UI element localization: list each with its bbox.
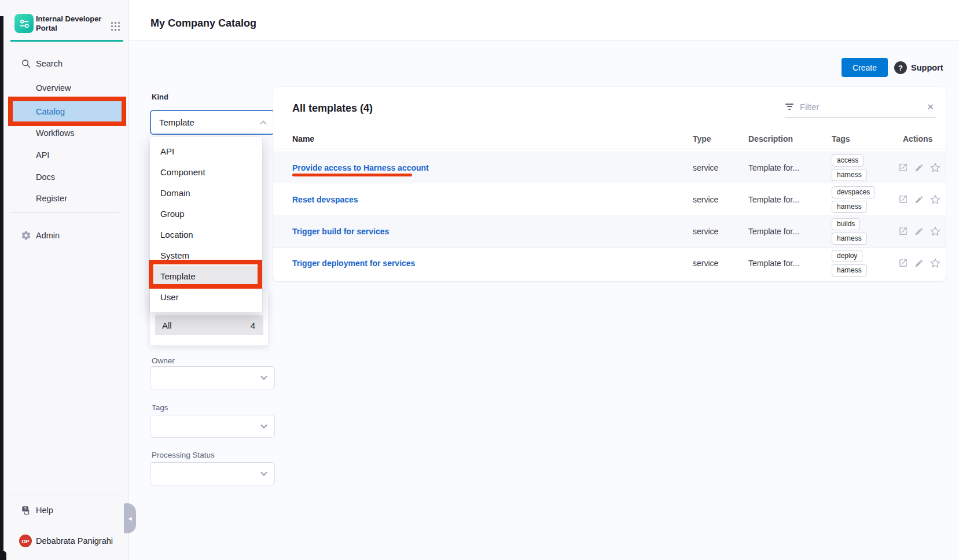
column-header-description[interactable]: Description <box>748 134 793 143</box>
description-cell: Template for... <box>748 259 799 268</box>
sidebar-item-api[interactable]: API <box>0 147 129 163</box>
clear-filter-icon[interactable]: ✕ <box>924 102 936 112</box>
sidebar-item-admin[interactable]: Admin <box>0 227 129 244</box>
template-name-link[interactable]: Trigger build for services <box>292 227 389 236</box>
sidebar-item-label: Help <box>36 506 53 515</box>
edit-pencil-icon[interactable] <box>914 195 924 204</box>
tags-select[interactable] <box>150 415 275 438</box>
sidebar: Internal Developer Portal Search Overvie… <box>0 0 129 560</box>
star-icon[interactable] <box>930 163 940 173</box>
tag-chip[interactable]: harness <box>832 264 867 277</box>
filter-icon <box>785 104 794 110</box>
page-title: My Company Catalog <box>150 17 256 30</box>
sidebar-item-register[interactable]: Register <box>0 190 129 207</box>
tag-chip[interactable]: harness <box>832 169 867 181</box>
template-name-link[interactable]: Trigger deployment for services <box>292 259 415 268</box>
description-cell: Template for... <box>748 195 799 204</box>
screen: Internal Developer Portal Search Overvie… <box>0 0 959 560</box>
actions-cell <box>898 258 940 268</box>
svg-text:?: ? <box>24 506 27 511</box>
kind-select[interactable]: Template <box>150 110 275 135</box>
table-filter-field[interactable]: ✕ <box>785 96 936 118</box>
templates-card: All templates (4) ✕ Name Type Descriptio… <box>273 87 946 281</box>
sidebar-collapse-handle[interactable]: ◀ <box>124 503 136 533</box>
column-header-type[interactable]: Type <box>693 134 711 143</box>
kind-option-template[interactable]: Template <box>154 266 258 286</box>
support-button[interactable]: ? Support <box>894 61 943 74</box>
create-button[interactable]: Create <box>842 58 888 77</box>
table-row: Reset devspaces service Template for... … <box>273 183 946 215</box>
sidebar-item-label: Register <box>36 194 67 203</box>
annotation-box-catalog: Catalog <box>8 97 126 126</box>
kind-option-group[interactable]: Group <box>154 203 258 224</box>
sidebar-item-help[interactable]: ? Help <box>0 502 129 518</box>
facet-all-row[interactable]: All 4 <box>155 315 263 335</box>
processing-status-select[interactable] <box>150 462 275 485</box>
tags-label: Tags <box>152 403 168 412</box>
filter-input[interactable] <box>800 102 924 112</box>
facet-all-label: All <box>162 320 172 330</box>
template-name-link[interactable]: Provide access to Harness account <box>292 163 429 172</box>
tag-chip[interactable]: builds <box>832 218 860 230</box>
support-label: Support <box>911 63 943 72</box>
actions-cell <box>898 194 940 205</box>
tag-chip[interactable]: harness <box>832 201 867 213</box>
sidebar-item-catalog[interactable]: Catalog <box>13 101 122 121</box>
tag-chip[interactable]: access <box>832 154 864 167</box>
sidebar-item-search[interactable]: Search <box>0 56 129 72</box>
kind-select-value: Template <box>159 117 194 127</box>
tags-cell: access harness <box>832 154 867 181</box>
tag-chip[interactable]: deploy <box>832 250 862 262</box>
open-in-new-icon[interactable] <box>898 163 908 172</box>
tags-cell: deploy harness <box>832 250 867 277</box>
sidebar-item-label: Workflows <box>36 128 75 138</box>
annotation-underline-first-row <box>292 174 412 176</box>
sidebar-item-label: Search <box>36 59 63 68</box>
app-logo-icon[interactable] <box>14 14 34 33</box>
kind-option-domain[interactable]: Domain <box>154 182 258 203</box>
sidebar-item-overview[interactable]: Overview <box>0 80 129 96</box>
column-header-actions: Actions <box>903 134 932 143</box>
kind-option-location[interactable]: Location <box>154 224 258 245</box>
open-in-new-icon[interactable] <box>898 258 908 268</box>
kind-dropdown-menu: API Component Domain Group Location Syst… <box>150 137 262 312</box>
apps-grid-icon[interactable] <box>111 22 121 32</box>
tag-chip[interactable]: devspaces <box>832 186 875 198</box>
column-header-tags[interactable]: Tags <box>832 134 850 143</box>
user-avatar[interactable]: DP <box>19 535 32 547</box>
kind-option-component[interactable]: Component <box>154 161 258 182</box>
sliders-logo-glyph <box>17 17 31 31</box>
kind-option-user[interactable]: User <box>154 286 258 307</box>
templates-card-title: All templates (4) <box>292 102 373 115</box>
sidebar-item-label: Docs <box>36 172 55 182</box>
edit-pencil-icon[interactable] <box>914 227 924 236</box>
table-row: Trigger deployment for services service … <box>273 247 946 279</box>
kind-option-api[interactable]: API <box>154 141 258 161</box>
window-edge-corner <box>0 551 6 560</box>
type-cell: service <box>693 163 718 172</box>
gear-icon <box>21 230 31 241</box>
edit-pencil-icon[interactable] <box>914 259 924 268</box>
type-cell: service <box>693 259 718 268</box>
column-header-name[interactable]: Name <box>292 134 314 143</box>
open-in-new-icon[interactable] <box>898 226 908 236</box>
star-icon[interactable] <box>930 258 940 268</box>
owner-select[interactable] <box>150 366 275 389</box>
sidebar-item-label: Admin <box>36 231 60 240</box>
star-icon[interactable] <box>930 194 940 205</box>
kind-option-system[interactable]: System <box>154 245 258 266</box>
template-name-link[interactable]: Reset devspaces <box>292 195 358 204</box>
table-row: Trigger build for services service Templ… <box>273 215 946 247</box>
open-in-new-icon[interactable] <box>898 194 908 204</box>
tags-cell: devspaces harness <box>832 186 875 213</box>
sidebar-item-docs[interactable]: Docs <box>0 169 129 185</box>
window-edge <box>0 16 3 560</box>
user-name[interactable]: Debabrata Panigrahi <box>36 536 113 546</box>
edit-pencil-icon[interactable] <box>914 163 924 172</box>
star-icon[interactable] <box>930 226 940 237</box>
collapse-arrow-icon: ◀ <box>128 516 131 521</box>
sidebar-item-label: Overview <box>36 83 71 93</box>
tag-chip[interactable]: harness <box>832 233 867 245</box>
sidebar-item-workflows[interactable]: Workflows <box>0 125 129 141</box>
chevron-down-icon <box>260 422 267 428</box>
